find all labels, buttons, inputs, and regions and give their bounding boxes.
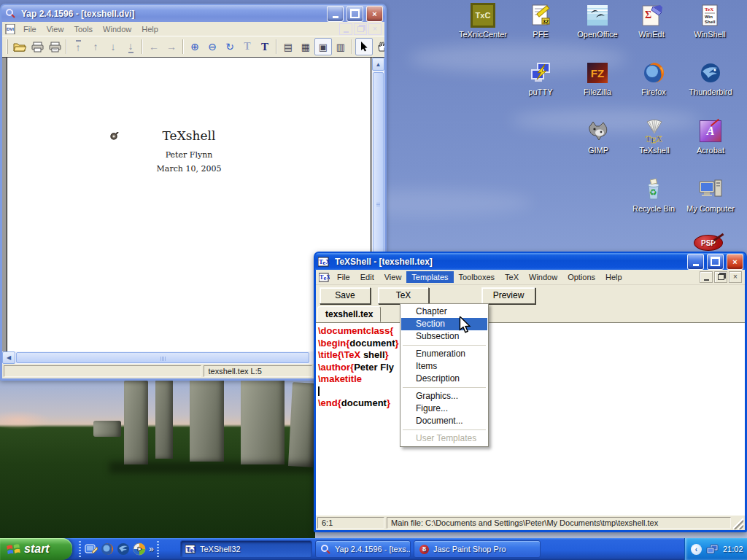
texshell-menu-tex[interactable]: TeX [500,271,524,283]
yap-minimize-button[interactable] [327,6,344,22]
thunderbird-small-icon[interactable] [116,542,130,556]
desktop-icon-acrobat[interactable]: AAcrobat [683,119,738,155]
mdi-minimize-icon[interactable] [700,271,713,283]
preview-button[interactable]: Preview [481,287,535,304]
taskbar-button-texshell32[interactable]: TeXTeXShell32 [180,540,312,558]
desktop-icon-putty[interactable]: puTTY [513,61,568,96]
next-page-icon[interactable]: ↓ [104,38,122,55]
desktop-icon-openoffice[interactable]: OpenOffice [570,3,625,39]
desktop-icon-thunderbird[interactable]: Thunderbird [683,61,738,96]
yap-app-icon[interactable]: ʻ [4,8,16,19]
menu-item-graphics[interactable]: Graphics... [401,390,487,402]
yap-toolbar-icons: ↑↑↓↓←→⊕⊖↻TT▤▦▣▥ [11,38,384,55]
texshell-titlebar[interactable]: TeX TeXShell - [texshell.tex] × [315,253,746,270]
text-icon[interactable]: T [256,38,274,55]
yap-menu-window[interactable]: Window [98,23,136,35]
prev-page-icon[interactable]: ↑ [87,38,104,55]
texshell-menu-edit[interactable]: Edit [355,271,379,283]
mdi-close-icon[interactable]: × [729,271,742,283]
tab-texshell-tex[interactable]: texshell.tex [317,306,381,322]
media-player-icon[interactable] [132,542,146,556]
last-page-icon[interactable]: ↓ [122,38,139,55]
save-button[interactable]: Save [320,287,371,304]
texshell-menu-help[interactable]: Help [600,271,627,283]
quicklaunch-handle[interactable] [157,541,159,557]
yap-maximize-button[interactable] [347,6,363,22]
texshell-app-icon[interactable]: TeX [318,256,330,267]
toolbar-grip[interactable] [7,39,8,54]
texshell-maximize-button[interactable] [707,254,724,270]
zoom-in-icon[interactable]: ⊕ [186,38,204,55]
print-pages-icon[interactable] [46,38,63,55]
forward-icon[interactable]: → [163,38,180,55]
tex-button[interactable]: TeX [378,287,429,304]
resize-grip[interactable] [733,516,743,529]
desktop-icon-my-computer[interactable]: My Computer [683,177,738,213]
taskbar-button-jasc-paint-shop-pro[interactable]: 8Jasc Paint Shop Pro [414,540,541,558]
print-icon[interactable] [28,38,46,55]
menu-item-enumeration[interactable]: Enumeration [401,348,487,360]
menu-item-document[interactable]: Document... [401,415,487,427]
texshell-close-button[interactable]: × [727,254,743,270]
mdi-restore-icon[interactable] [354,23,367,35]
yap-titlebar[interactable]: ʻ Yap 2.4.1596 - [texshell.dvi] × [1,5,385,22]
back-icon[interactable]: ← [145,38,163,55]
pan-hand-icon[interactable] [373,38,384,55]
scrollbar-thumb[interactable] [16,352,309,363]
scroll-up-icon[interactable]: ▲ [372,58,384,71]
scroll-left-icon[interactable]: ◀ [2,351,15,364]
single-page-icon[interactable]: ▤ [279,38,297,55]
desktop-icon-texshell[interactable]: TEXTeXshell [627,119,682,155]
yap-menu-file[interactable]: File [18,23,42,35]
facing-pages-icon[interactable]: ▦ [297,38,314,55]
zoom-out-icon[interactable]: ⊖ [204,38,221,55]
desktop-icon-pfe[interactable]: 32PFE [513,3,568,39]
editor-textarea[interactable]: \documentclass{\begin{document}\title{\T… [316,322,745,516]
menu-item-description[interactable]: Description [401,373,487,385]
yap-menu-tools[interactable]: Tools [69,23,98,35]
mdi-restore-icon[interactable] [714,271,727,283]
menu-item-figure[interactable]: Figure... [401,402,487,415]
first-page-icon[interactable]: ↑ [69,38,87,55]
show-desktop-icon[interactable] [84,542,98,556]
taskbar-button-yap-2-4-1596-texs[interactable]: Yap 2.4.1596 - [texs... [315,540,411,558]
texshell-minimize-button[interactable] [687,254,704,270]
desktop-icon-winshell[interactable]: TeXWinShellWinShell [682,3,738,39]
quicklaunch-handle[interactable] [79,541,81,557]
desktop-icon-texniccenter[interactable]: TxCTeXnicCenter [455,3,511,39]
menu-item-section[interactable]: Section [401,318,487,330]
open-folder-icon[interactable] [11,38,28,55]
firefox-small-icon[interactable] [100,542,114,556]
pages-split-icon[interactable]: ▥ [332,38,349,55]
yap-menu-view[interactable]: View [42,23,69,35]
yap-close-button[interactable]: × [366,6,383,22]
quicklaunch-overflow-chevron[interactable]: » [149,544,154,554]
desktop-icon-gimp[interactable]: GIMP [570,119,626,155]
desktop-icon-winedt[interactable]: ΣWinEdt [624,3,679,39]
texshell-menu-window[interactable]: Window [524,271,562,283]
texshell-menu-toolboxes[interactable]: Toolboxes [454,271,500,283]
tray-chevron-icon[interactable]: ‹ [691,544,702,555]
refresh-icon[interactable]: ↻ [221,38,239,55]
page-split-icon[interactable]: ▣ [314,38,332,55]
menu-item-chapter[interactable]: Chapter [401,306,487,318]
texshell-menu-options[interactable]: Options [562,271,600,283]
select-arrow-icon[interactable] [355,38,373,55]
mdi-close-icon[interactable]: × [368,23,382,35]
texshell-menu-templates[interactable]: Templates [406,271,453,283]
dvi-document-icon[interactable]: DVI [4,23,16,34]
yap-menu-help[interactable]: Help [136,23,163,35]
menu-item-subsection[interactable]: Subsection [401,330,487,343]
network-icon[interactable] [705,542,719,556]
desktop-icon-recycle-bin[interactable]: ♻Recycle Bin [626,177,681,213]
desktop-icon-firefox[interactable]: Firefox [626,61,681,96]
texshell-menu-view[interactable]: View [379,271,407,283]
start-button[interactable]: start [0,538,72,560]
texshell-menu-file[interactable]: File [332,271,355,283]
text-outline-icon[interactable]: T [239,38,256,55]
texshell-mdi-doc-icon[interactable]: TeX [318,272,330,283]
desktop-icon-filezilla[interactable]: FZFileZilla [570,61,625,96]
desktop-icon-paintshoppro[interactable]: PSP [694,235,724,252]
mdi-minimize-icon[interactable] [339,23,352,35]
menu-item-items[interactable]: Items [401,360,487,373]
